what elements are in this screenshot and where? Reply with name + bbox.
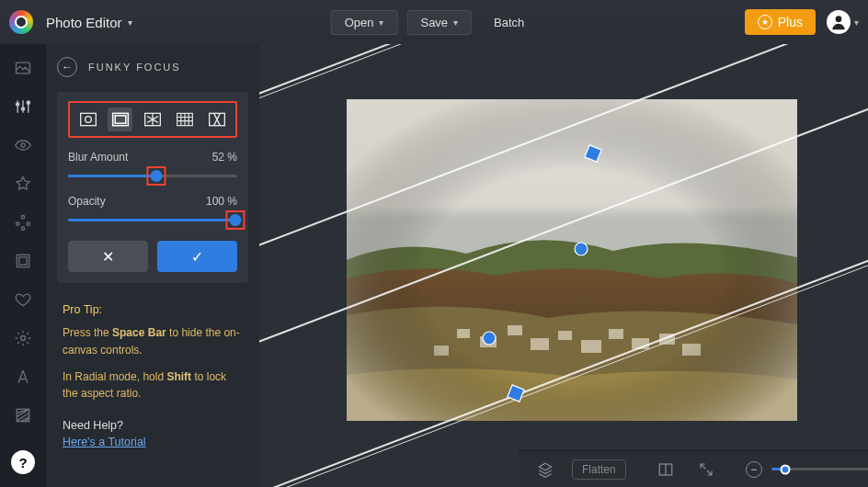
mode-pixelate[interactable] xyxy=(173,108,198,131)
batch-label: Batch xyxy=(494,16,524,29)
expand-icon[interactable] xyxy=(692,459,720,481)
side-panel: ← FUNKY FOCUS Blur Amount 52 % xyxy=(46,44,259,487)
mode-linear[interactable] xyxy=(108,108,132,131)
account-menu[interactable]: ▾ xyxy=(827,10,859,34)
need-help: Need Help? Here's a Tutorial xyxy=(46,412,259,458)
blur-value: 52 % xyxy=(212,151,237,164)
opacity-slider[interactable]: Opacity 100 % xyxy=(68,195,237,226)
open-label: Open xyxy=(345,16,374,29)
blur-slider[interactable]: Blur Amount 52 % xyxy=(68,151,237,182)
svg-point-5 xyxy=(21,143,25,147)
svg-point-7 xyxy=(17,222,19,225)
app-menu-label: Photo Editor xyxy=(46,15,122,30)
app-logo xyxy=(9,10,33,34)
compare-icon[interactable] xyxy=(652,459,680,481)
app-menu[interactable]: Photo Editor ▾ xyxy=(46,15,132,30)
blur-label: Blur Amount xyxy=(68,151,128,164)
tutorial-link[interactable]: Here's a Tutorial xyxy=(63,436,146,448)
chevron-down-icon: ▾ xyxy=(453,17,458,28)
help-button[interactable]: ? xyxy=(11,450,35,474)
help-heading: Need Help? xyxy=(63,419,243,432)
top-bar: Photo Editor ▾ Open▾ Save▾ Batch ★ Plus … xyxy=(0,0,868,44)
svg-rect-14 xyxy=(80,113,96,125)
avatar xyxy=(827,10,851,34)
upgrade-plus-button[interactable]: ★ Plus xyxy=(745,9,816,35)
canvas-area[interactable]: Flatten − + 13 % xyxy=(259,44,868,487)
save-button[interactable]: Save▾ xyxy=(406,10,472,35)
nav-gear-icon[interactable] xyxy=(14,329,32,347)
panel-title: FUNKY FOCUS xyxy=(88,62,181,73)
chevron-down-icon: ▾ xyxy=(854,17,859,28)
svg-point-8 xyxy=(27,222,29,225)
nav-nodes-icon[interactable] xyxy=(14,213,32,232)
svg-point-12 xyxy=(21,336,26,341)
zoom-control[interactable]: − + 13 % xyxy=(746,461,868,478)
nav-sliders-icon[interactable] xyxy=(14,97,32,116)
svg-point-2 xyxy=(17,103,19,106)
svg-rect-33 xyxy=(347,99,797,421)
apply-button[interactable]: ✓ xyxy=(157,241,237,272)
plus-label: Plus xyxy=(778,15,803,29)
focus-mode-row xyxy=(68,101,237,138)
blur-knob[interactable] xyxy=(146,166,166,186)
chevron-down-icon: ▾ xyxy=(379,17,383,28)
zoom-out-button[interactable]: − xyxy=(746,461,762,478)
tool-rail: ? xyxy=(0,44,46,487)
nav-eye-icon[interactable] xyxy=(14,136,32,154)
zoom-slider[interactable] xyxy=(771,468,868,470)
opacity-knob[interactable] xyxy=(225,210,245,230)
nav-frame-icon[interactable] xyxy=(14,252,32,270)
svg-point-9 xyxy=(21,227,24,230)
mode-mirror[interactable] xyxy=(140,108,165,131)
nav-text-icon[interactable] xyxy=(14,368,32,386)
nav-heart-icon[interactable] xyxy=(14,290,32,309)
back-button[interactable]: ← xyxy=(57,57,77,77)
star-icon: ★ xyxy=(758,15,772,29)
chevron-down-icon: ▾ xyxy=(128,17,132,28)
batch-button[interactable]: Batch xyxy=(481,10,537,35)
svg-point-15 xyxy=(85,117,91,123)
svg-point-4 xyxy=(27,101,29,104)
photo-image xyxy=(347,99,797,421)
nav-star-icon[interactable] xyxy=(14,175,32,193)
nav-image-icon[interactable] xyxy=(14,59,32,77)
opacity-label: Opacity xyxy=(68,195,106,208)
svg-rect-11 xyxy=(19,257,27,265)
layers-icon[interactable] xyxy=(531,459,559,481)
flatten-button[interactable]: Flatten xyxy=(572,459,626,480)
mode-hex[interactable] xyxy=(205,108,230,131)
svg-rect-17 xyxy=(115,116,126,123)
save-label: Save xyxy=(420,16,448,29)
svg-point-0 xyxy=(836,16,842,22)
cancel-button[interactable]: ✕ xyxy=(68,241,148,272)
open-button[interactable]: Open▾ xyxy=(331,10,398,35)
tip-heading: Pro Tip: xyxy=(63,301,243,319)
bottom-bar: Flatten − + 13 % xyxy=(519,450,868,487)
pro-tip: Pro Tip: Press the Space Bar to hide the… xyxy=(46,289,259,412)
svg-point-6 xyxy=(21,216,24,219)
image-stage[interactable] xyxy=(347,99,797,421)
svg-point-3 xyxy=(21,108,24,110)
tool-card: Blur Amount 52 % Opacity 100 % xyxy=(57,92,248,283)
nav-texture-icon[interactable] xyxy=(14,406,32,425)
opacity-value: 100 % xyxy=(206,195,237,208)
mode-radial[interactable] xyxy=(75,108,100,131)
